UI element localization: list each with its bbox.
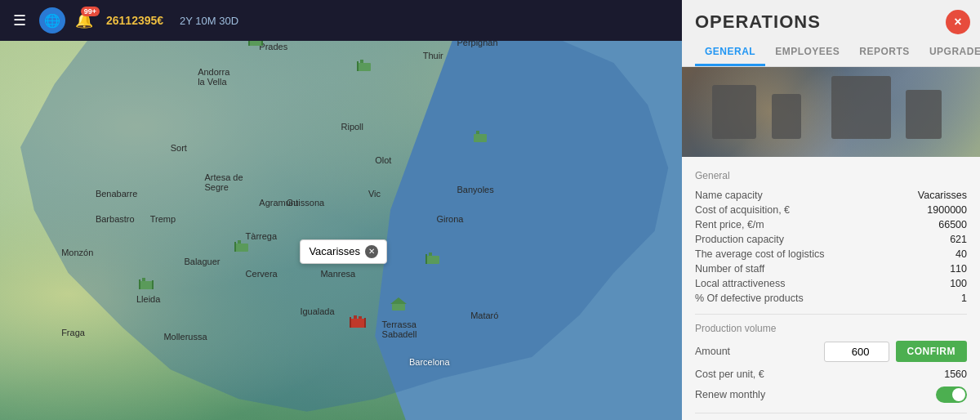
factory-icon-selected[interactable] bbox=[348, 311, 368, 330]
info-row-acquisition: Cost of acquisition, € 1900000 bbox=[695, 203, 967, 217]
svg-marker-18 bbox=[390, 297, 407, 304]
amount-input[interactable] bbox=[824, 342, 889, 362]
svg-rect-12 bbox=[350, 319, 365, 328]
machine-1 bbox=[712, 85, 757, 139]
value-attractiveness: 100 bbox=[950, 278, 967, 289]
svg-rect-13 bbox=[354, 315, 357, 319]
tab-general[interactable]: GENERAL bbox=[695, 39, 765, 66]
svg-rect-7 bbox=[139, 279, 140, 289]
notification-button[interactable]: 🔔 99+ bbox=[75, 11, 93, 29]
panel-tabs: GENERAL EMPLOYEES REPORTS UPGRADE bbox=[695, 39, 967, 66]
label-staff: Number of staff bbox=[695, 263, 764, 275]
tab-upgrade[interactable]: UPGRADE bbox=[920, 39, 980, 66]
info-row-rent: Rent price, €/m 66500 bbox=[695, 217, 967, 232]
amount-label: Amount bbox=[695, 346, 817, 357]
notification-badge: 99+ bbox=[81, 7, 100, 16]
close-button[interactable]: × bbox=[946, 10, 970, 34]
machine-3 bbox=[831, 76, 891, 139]
svg-rect-10 bbox=[238, 240, 241, 244]
svg-rect-24 bbox=[358, 63, 371, 71]
tab-reports[interactable]: REPORTS bbox=[849, 39, 920, 66]
confirm-button[interactable]: CONFIRM bbox=[896, 341, 968, 362]
globe-icon[interactable]: 🌐 bbox=[39, 7, 65, 34]
value-prod-capacity: 621 bbox=[950, 234, 967, 245]
panel-header: OPERATIONS GENERAL EMPLOYEES REPORTS UPG… bbox=[682, 0, 980, 67]
svg-rect-26 bbox=[357, 61, 359, 71]
time-display: 2Y 10M 30D bbox=[180, 15, 238, 27]
value-name-capacity: Vacarisses bbox=[918, 190, 967, 201]
svg-rect-9 bbox=[235, 244, 248, 252]
machine-4 bbox=[906, 90, 942, 140]
svg-rect-23 bbox=[476, 131, 479, 134]
value-acquisition: 1900000 bbox=[927, 204, 967, 216]
value-rent: 66500 bbox=[938, 219, 967, 230]
svg-rect-15 bbox=[350, 317, 351, 328]
divider-2 bbox=[695, 413, 967, 413]
factory-icon-5[interactable] bbox=[423, 248, 443, 267]
tab-employees[interactable]: EMPLOYEES bbox=[765, 39, 849, 66]
info-row-prod-capacity: Production capacity 621 bbox=[695, 232, 967, 247]
label-cost-per-unit: Cost per unit, € bbox=[695, 369, 764, 380]
svg-rect-22 bbox=[474, 134, 487, 142]
operations-panel: OPERATIONS GENERAL EMPLOYEES REPORTS UPG… bbox=[682, 0, 980, 420]
general-section-label: General bbox=[695, 170, 967, 181]
svg-rect-11 bbox=[234, 242, 236, 252]
menu-button[interactable]: ☰ bbox=[10, 8, 29, 33]
svg-rect-17 bbox=[392, 304, 405, 311]
info-row-defective: % Of defective products 1 bbox=[695, 291, 967, 306]
label-attractiveness: Local attractiveness bbox=[695, 278, 785, 289]
factory-icon-2[interactable] bbox=[136, 273, 156, 293]
production-section-label: Production volume bbox=[695, 323, 967, 334]
map-container[interactable]: ☰ 🌐 🔔 99+ 26112395€ 2Y 10M 30D Perpignan… bbox=[0, 0, 682, 420]
label-rent: Rent price, €/m bbox=[695, 219, 764, 230]
factory-icon-3[interactable] bbox=[232, 235, 252, 255]
label-name-capacity: Name capacity bbox=[695, 190, 763, 201]
info-row-name: Name capacity Vacarisses bbox=[695, 188, 967, 203]
svg-rect-16 bbox=[364, 318, 366, 328]
value-cost-per-unit: 1560 bbox=[944, 369, 967, 380]
top-bar: ☰ 🌐 🔔 99+ 26112395€ 2Y 10M 30D bbox=[0, 0, 682, 41]
panel-title: OPERATIONS bbox=[695, 11, 967, 33]
amount-row: Amount CONFIRM bbox=[695, 341, 967, 362]
label-renew-monthly: Renew monthly bbox=[695, 389, 765, 400]
facility-image bbox=[682, 67, 980, 157]
factory-icon-6[interactable] bbox=[470, 126, 490, 145]
value-logistics: 40 bbox=[956, 248, 967, 260]
factory-icon-4[interactable] bbox=[389, 294, 408, 314]
svg-rect-6 bbox=[142, 278, 145, 281]
svg-rect-21 bbox=[425, 254, 427, 264]
svg-rect-5 bbox=[140, 281, 153, 289]
info-row-logistics: The average cost of logistics 40 bbox=[695, 247, 967, 261]
machine-2 bbox=[772, 94, 802, 139]
label-defective: % Of defective products bbox=[695, 293, 804, 304]
balance-display: 26112395€ bbox=[106, 14, 163, 27]
svg-rect-14 bbox=[359, 316, 362, 319]
info-row-cost-per-unit: Cost per unit, € 1560 bbox=[695, 367, 967, 382]
svg-rect-20 bbox=[429, 252, 432, 256]
info-row-attractiveness: Local attractiveness 100 bbox=[695, 276, 967, 291]
renew-monthly-toggle[interactable] bbox=[936, 386, 967, 403]
renew-monthly-row: Renew monthly bbox=[695, 385, 967, 404]
popup-close-button[interactable]: ✕ bbox=[365, 245, 378, 258]
label-logistics: The average cost of logistics bbox=[695, 248, 824, 260]
label-acquisition: Cost of acquisition, € bbox=[695, 204, 790, 216]
svg-rect-19 bbox=[426, 256, 439, 264]
value-staff: 110 bbox=[950, 263, 967, 275]
label-prod-capacity: Production capacity bbox=[695, 234, 784, 245]
svg-rect-8 bbox=[152, 280, 154, 289]
divider-1 bbox=[695, 314, 967, 315]
factory-icon-7[interactable] bbox=[354, 55, 374, 74]
location-popup[interactable]: Vacarisses ✕ bbox=[300, 239, 387, 264]
info-row-staff: Number of staff 110 bbox=[695, 261, 967, 276]
location-name: Vacarisses bbox=[309, 245, 360, 257]
panel-content: General Name capacity Vacarisses Cost of… bbox=[682, 157, 980, 420]
value-defective: 1 bbox=[961, 293, 967, 304]
toggle-knob bbox=[952, 388, 965, 401]
svg-rect-25 bbox=[360, 60, 363, 63]
